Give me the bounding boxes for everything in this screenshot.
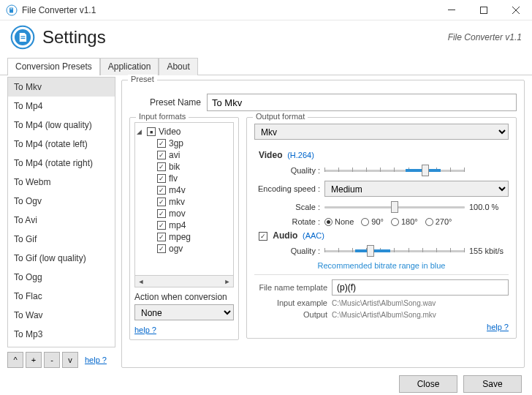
preset-legend: Preset — [128, 75, 157, 83]
header: Settings File Converter v1.1 — [0, 20, 532, 57]
rotate-180[interactable]: 180° — [391, 217, 418, 226]
collapse-icon[interactable]: ◢ — [137, 128, 144, 135]
preset-item[interactable]: To Mp4 (rotate right) — [8, 154, 115, 173]
format-item[interactable]: mov — [137, 208, 232, 219]
preset-item[interactable]: To Gif — [8, 230, 115, 249]
format-tree[interactable]: ◢ Video 3gp avi bik flv m4v mkv mov mp4 — [134, 122, 234, 276]
format-item[interactable]: avi — [137, 149, 232, 161]
preset-item[interactable]: To Ogv — [8, 192, 115, 211]
format-item[interactable]: m4v — [137, 184, 232, 196]
tab-about[interactable]: About — [159, 58, 197, 75]
recommended-text: Recommended bitrate range in blue — [254, 261, 509, 270]
rotate-label: Rotate : — [254, 217, 320, 226]
window-title: File Converter v1.1 — [22, 5, 436, 15]
group-checkbox[interactable] — [147, 127, 156, 136]
page-title: Settings — [42, 27, 448, 48]
tree-group[interactable]: ◢ Video — [137, 126, 232, 138]
preset-list[interactable]: To Mkv To Mp4 To Mp4 (low quality) To Mp… — [7, 77, 115, 347]
save-button[interactable]: Save — [463, 375, 522, 393]
remove-preset-button[interactable]: - — [44, 352, 60, 368]
format-checkbox[interactable] — [157, 233, 166, 241]
scale-label: Scale : — [254, 203, 320, 211]
encoding-speed-select[interactable]: Medium — [324, 181, 509, 197]
preset-item[interactable]: To Mkv — [8, 78, 115, 97]
tab-application[interactable]: Application — [100, 58, 159, 75]
help-link-presets[interactable]: help ? — [85, 356, 107, 364]
tab-conversion-presets[interactable]: Conversion Presets — [7, 58, 100, 75]
input-example-value: C:\Music\Artist\Album\Song.wav — [332, 299, 509, 307]
format-checkbox[interactable] — [157, 174, 166, 183]
format-checkbox[interactable] — [157, 151, 166, 159]
preset-item[interactable]: To Ogg — [8, 268, 115, 287]
inputs-fieldset: Input formats ◢ Video 3gp avi bik flv — [129, 117, 239, 340]
svg-rect-3 — [448, 10, 455, 10]
titlebar: File Converter v1.1 — [0, 0, 532, 20]
help-link-inputs[interactable]: help ? — [134, 326, 156, 334]
svg-rect-10 — [20, 38, 25, 39]
app-icon-small — [6, 4, 18, 16]
file-template-input[interactable] — [332, 279, 509, 296]
format-checkbox[interactable] — [157, 244, 166, 253]
format-item[interactable]: flv — [137, 173, 232, 184]
format-item[interactable]: mp4 — [137, 219, 232, 231]
preset-item[interactable]: To Gif (low quality) — [8, 249, 115, 268]
scroll-right-icon[interactable]: ► — [221, 276, 233, 287]
preset-item[interactable]: To Avi — [8, 211, 115, 230]
scale-slider[interactable] — [324, 200, 465, 214]
preset-item[interactable]: To Webm — [8, 173, 115, 192]
format-item[interactable]: ogv — [137, 243, 232, 255]
video-section-head: Video (H.264) — [259, 150, 509, 160]
encoding-speed-label: Encoding speed : — [254, 184, 320, 193]
scale-value: 100.0 % — [469, 203, 509, 211]
close-window-button[interactable] — [500, 0, 532, 20]
video-quality-slider[interactable] — [324, 163, 465, 178]
preset-name-input[interactable] — [207, 94, 517, 111]
rotate-none[interactable]: None — [324, 217, 354, 226]
list-controls: ^ + - v help ? — [7, 347, 115, 368]
action-select[interactable]: None — [134, 304, 234, 320]
preset-name-label: Preset Name — [150, 97, 201, 108]
close-button[interactable]: Close — [399, 375, 457, 393]
format-item[interactable]: bik — [137, 161, 232, 173]
format-checkbox[interactable] — [157, 186, 166, 195]
format-checkbox[interactable] — [157, 221, 166, 230]
minimize-button[interactable] — [436, 0, 468, 20]
audio-enable-checkbox[interactable] — [259, 232, 267, 241]
preset-item[interactable]: To Mp4 (rotate left) — [8, 135, 115, 154]
add-preset-button[interactable]: + — [26, 352, 42, 368]
rotate-270[interactable]: 270° — [425, 217, 452, 226]
preset-item[interactable]: To Flac — [8, 287, 115, 306]
help-link-output[interactable]: help ? — [487, 323, 509, 331]
format-item[interactable]: mpeg — [137, 231, 232, 243]
svg-rect-4 — [481, 7, 487, 13]
format-checkbox[interactable] — [157, 162, 166, 171]
preset-item[interactable]: To Mp4 (low quality) — [8, 116, 115, 135]
preset-item[interactable]: To Wav — [8, 306, 115, 325]
format-checkbox[interactable] — [157, 139, 166, 148]
left-panel: To Mkv To Mp4 To Mp4 (low quality) To Mp… — [7, 77, 115, 368]
format-item[interactable]: 3gp — [137, 138, 232, 149]
audio-quality-value: 155 kbit/s — [469, 247, 509, 255]
format-checkbox[interactable] — [157, 198, 166, 206]
preset-fieldset: Preset Preset Name Input formats ◢ Video — [121, 80, 525, 368]
format-item[interactable]: mkv — [137, 196, 232, 208]
rotate-90[interactable]: 90° — [361, 217, 384, 226]
format-checkbox[interactable] — [157, 209, 166, 218]
output-format-select[interactable]: Mkv — [254, 124, 509, 140]
content: To Mkv To Mp4 To Mp4 (low quality) To Mp… — [0, 75, 532, 368]
preset-item[interactable]: To Mp3 — [8, 325, 115, 344]
page-subtitle: File Converter v1.1 — [448, 32, 522, 42]
audio-section-head: Audio (AAC) — [259, 230, 509, 241]
app-icon — [10, 25, 35, 50]
preset-item[interactable]: To Mp4 — [8, 97, 115, 116]
tree-h-scrollbar[interactable]: ◄► — [134, 276, 234, 287]
maximize-button[interactable] — [468, 0, 500, 20]
move-down-button[interactable]: v — [62, 352, 78, 368]
output-legend: Output format — [253, 112, 308, 121]
footer: Close Save — [0, 368, 532, 395]
right-panel: Preset Preset Name Input formats ◢ Video — [115, 77, 525, 368]
svg-rect-2 — [10, 8, 12, 9]
move-up-button[interactable]: ^ — [7, 352, 23, 368]
scroll-left-icon[interactable]: ◄ — [135, 276, 147, 287]
audio-quality-slider[interactable] — [324, 244, 465, 258]
